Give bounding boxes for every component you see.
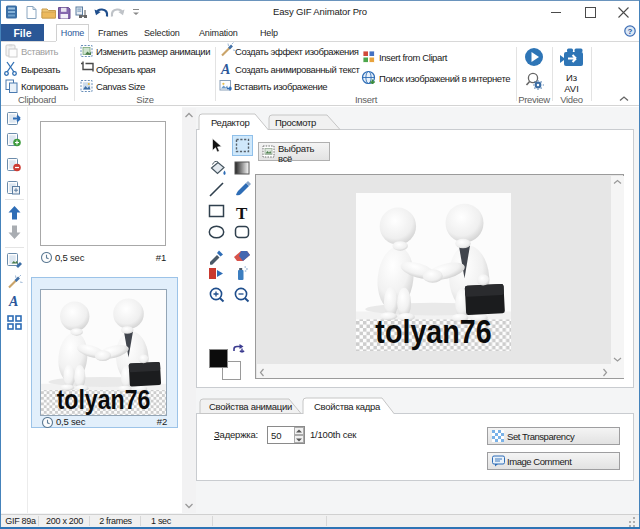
svg-text:A: A: [8, 294, 18, 309]
svg-text:A: A: [220, 62, 230, 77]
svg-text:?: ?: [628, 27, 633, 36]
svg-text:T: T: [236, 204, 248, 223]
